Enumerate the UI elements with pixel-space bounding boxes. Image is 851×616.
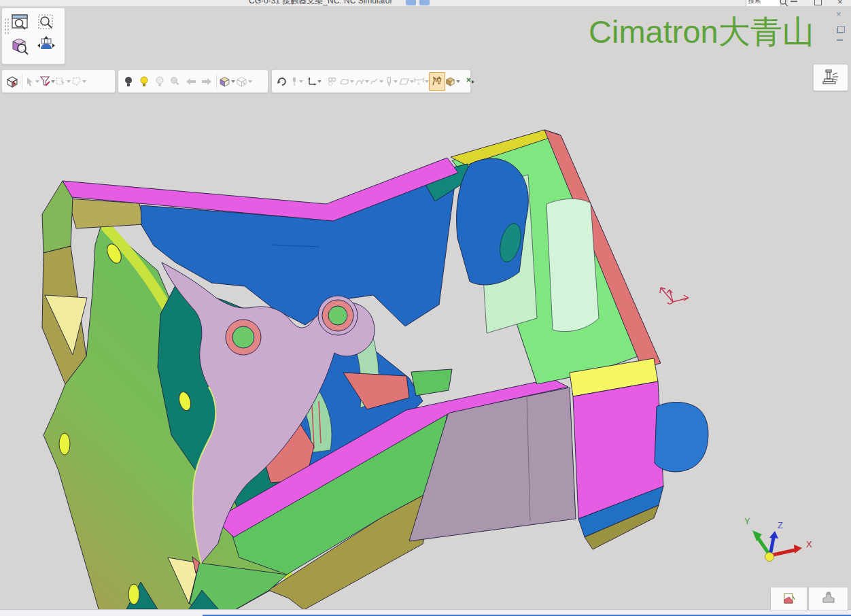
- rest-material-button[interactable]: [369, 73, 384, 90]
- triad-z-label: Z: [778, 520, 783, 530]
- previous-arrow-button[interactable]: [184, 73, 198, 90]
- next-arrow-button[interactable]: [199, 73, 214, 90]
- tool-display-button[interactable]: [384, 73, 399, 90]
- display-mode-button[interactable]: [219, 73, 235, 90]
- status-strip: [0, 609, 851, 616]
- measure-icon: A: [414, 77, 424, 86]
- machine-housing-button[interactable]: [808, 587, 848, 611]
- pin-icon: [290, 77, 298, 86]
- triad-y-label: Y: [744, 516, 750, 526]
- plane-display-button[interactable]: [399, 73, 414, 90]
- lasso-select-button[interactable]: [71, 73, 86, 90]
- ucs-axes-button[interactable]: [307, 73, 322, 90]
- pick-show-bulb-icon: [170, 76, 181, 87]
- svg-text:A: A: [417, 82, 420, 86]
- minimize-button[interactable]: [791, 1, 797, 2]
- visibility-toolbar: [118, 69, 268, 93]
- tool-display-icon: [385, 77, 393, 86]
- show-only-bulb-button[interactable]: [152, 73, 167, 90]
- select-toolbar: [1, 69, 116, 93]
- show-bulb-icon: [139, 76, 149, 87]
- stock-display-cube-icon: [445, 75, 455, 87]
- zoom-box-icon[interactable]: [36, 12, 56, 33]
- title-bar[interactable]: CG-0-31 接触器支架_NC: NC Simulator ×: [0, 0, 851, 7]
- machine-icon: [821, 68, 840, 87]
- triad-x-label: X: [806, 539, 812, 549]
- brand-logo: Cimatron大青山: [589, 11, 814, 54]
- stock-display-button[interactable]: [445, 73, 460, 90]
- holder-collision-button[interactable]: [429, 72, 445, 91]
- report-icon: [782, 592, 797, 606]
- ucs-axes-icon: [307, 77, 317, 86]
- save-icon[interactable]: [406, 0, 416, 5]
- show-only-bulb-icon: [155, 76, 164, 87]
- show-bulb-button[interactable]: [137, 73, 152, 90]
- lasso-select-icon: [71, 76, 82, 86]
- surface-check-button[interactable]: [339, 73, 354, 90]
- stock-compare-button[interactable]: [324, 73, 339, 90]
- measure-button[interactable]: A: [414, 73, 429, 90]
- pin-button[interactable]: [289, 73, 304, 90]
- shade-pick-cube-icon: [236, 75, 247, 87]
- toolbar-grip[interactable]: [4, 18, 10, 34]
- machine-sim-panel: [813, 64, 848, 91]
- pick-box-button[interactable]: [56, 73, 71, 90]
- gouge-check-icon: [355, 77, 364, 86]
- rotate-view-icon: [277, 76, 287, 86]
- display-mode-cube-icon: [219, 75, 230, 87]
- select-arrow-button[interactable]: [24, 73, 39, 90]
- select-arrow-icon: [25, 77, 35, 86]
- search-input[interactable]: [746, 0, 781, 7]
- zoom-object-icon[interactable]: [9, 35, 29, 56]
- view-toolbar-panel: [1, 7, 65, 65]
- doc-minimize-button[interactable]: [837, 39, 843, 41]
- orbit-pan-icon[interactable]: [36, 35, 56, 56]
- exit-simulator-button[interactable]: [463, 73, 478, 90]
- window-title: CG-0-31 接触器支架_NC: NC Simulator: [249, 0, 392, 7]
- rest-material-icon: [370, 77, 379, 86]
- pick-box-icon: [56, 76, 66, 86]
- shade-pick-button[interactable]: [236, 73, 252, 90]
- simulation-report-button[interactable]: [770, 587, 807, 611]
- rotate-view-button[interactable]: [274, 73, 289, 90]
- selection-filter-icon: [40, 76, 50, 86]
- machine-simulation-button[interactable]: [814, 65, 848, 90]
- application-window: CG-0-31 接触器支架_NC: NC Simulator × × Cimat…: [0, 0, 851, 616]
- pick-show-bulb-button[interactable]: [168, 73, 183, 90]
- stock-compare-icon: [328, 77, 336, 86]
- hide-bulb-icon: [124, 76, 133, 87]
- gouge-check-button[interactable]: [354, 73, 369, 90]
- zoom-window-icon[interactable]: [10, 12, 31, 33]
- selection-filter-button[interactable]: [40, 73, 55, 90]
- pick-solid-icon: [6, 75, 18, 88]
- previous-arrow-icon: [186, 78, 196, 86]
- search-icon[interactable]: [779, 0, 788, 7]
- hide-bulb-button[interactable]: [121, 73, 136, 90]
- doc-restore-button[interactable]: [837, 26, 845, 33]
- plane-display-icon: [399, 78, 409, 86]
- holder-collision-icon: [432, 75, 443, 87]
- restore-button[interactable]: [814, 0, 822, 5]
- save-as-icon[interactable]: [419, 0, 430, 5]
- close-button[interactable]: ×: [837, 0, 843, 7]
- exit-simulator-icon: [466, 77, 475, 86]
- pick-solid-button[interactable]: [5, 73, 20, 90]
- surface-check-icon: [339, 77, 349, 86]
- doc-close-button[interactable]: ×: [836, 10, 841, 18]
- simulator-toolbar: A: [271, 69, 471, 93]
- ucs-marker-icon: [660, 288, 689, 304]
- coordinate-triad: Y Z X: [737, 512, 816, 580]
- machine-housing-icon: [820, 592, 837, 606]
- next-arrow-icon: [201, 78, 212, 86]
